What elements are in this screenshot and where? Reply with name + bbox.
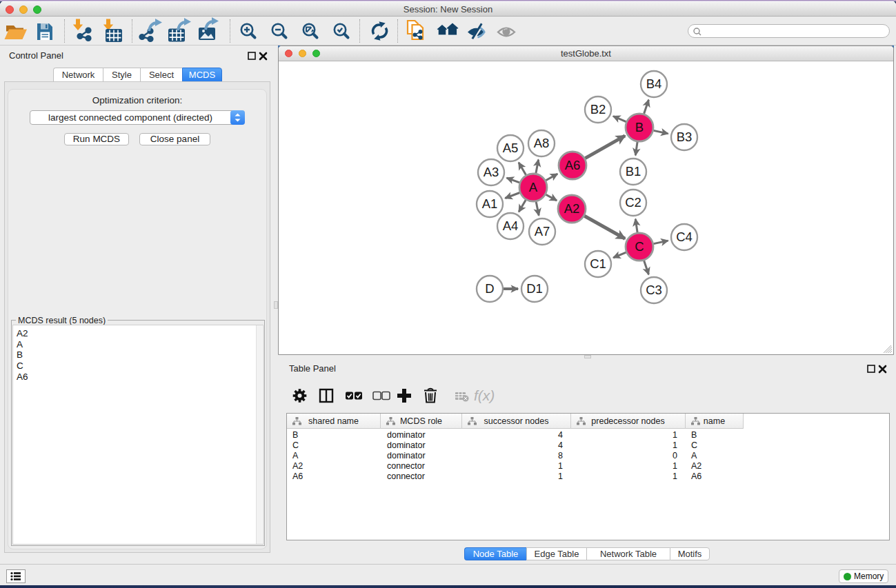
svg-text:D: D	[485, 281, 494, 296]
svg-text:A6: A6	[565, 158, 581, 172]
svg-text:B2: B2	[590, 102, 606, 116]
svg-text:C1: C1	[590, 256, 606, 271]
svg-text:A4: A4	[503, 219, 519, 233]
svg-text:A3: A3	[484, 165, 499, 179]
svg-text:A1: A1	[482, 196, 498, 211]
svg-text:C2: C2	[625, 195, 641, 210]
svg-text:A8: A8	[534, 136, 550, 150]
svg-text:C4: C4	[676, 230, 693, 244]
svg-text:f(x): f(x)	[474, 387, 495, 403]
svg-text:B4: B4	[646, 77, 662, 91]
svg-text:C3: C3	[646, 283, 662, 297]
svg-text:B1: B1	[626, 164, 641, 179]
svg-text:B3: B3	[677, 130, 693, 144]
svg-text:A7: A7	[535, 224, 550, 239]
svg-text:A5: A5	[503, 141, 519, 155]
svg-text:A2: A2	[564, 201, 580, 216]
svg-text:A: A	[529, 180, 538, 194]
svg-text:C: C	[635, 239, 644, 254]
svg-text:D1: D1	[526, 281, 543, 296]
svg-text:B: B	[635, 120, 644, 134]
